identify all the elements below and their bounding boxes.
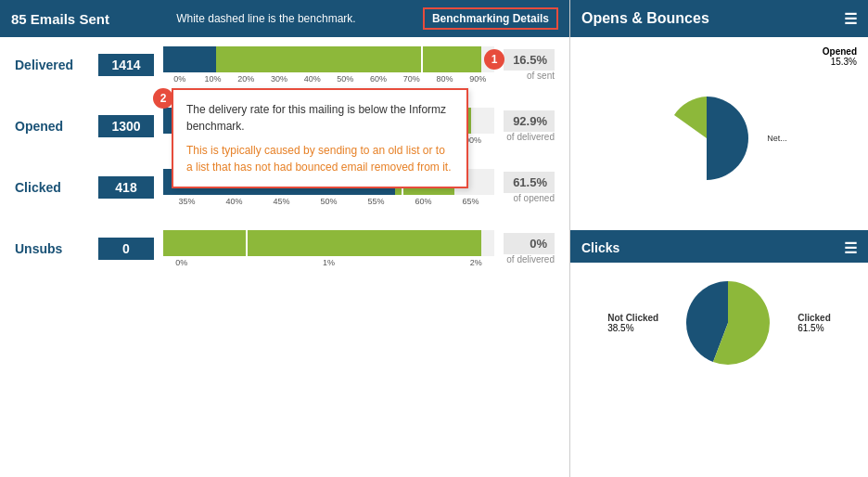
- clicks-body: Not Clicked 38.5% Clicked: [570, 263, 868, 383]
- clicked-legend-item: Clicked 61.5%: [798, 313, 831, 333]
- clicks-menu-icon[interactable]: ☰: [844, 239, 857, 257]
- benchmarking-details-button[interactable]: Benchmarking Details: [423, 7, 558, 30]
- unsubs-percent-sub: of delivered: [506, 254, 555, 264]
- clicked-axis: 35% 40% 45% 50% 55% 60% 65%: [163, 195, 494, 206]
- opened-info: Opened 15.3%: [823, 46, 857, 67]
- delivered-bar-track: 1: [163, 46, 494, 72]
- tooltip-line1: The delivery rate for this mailing is be…: [186, 101, 453, 135]
- clicked-pct-right: 61.5%: [798, 323, 823, 333]
- opened-label-right: Opened: [823, 46, 857, 57]
- unsubs-bar-track: [163, 230, 494, 256]
- clicks-header: Clicks ☰: [570, 234, 868, 263]
- opened-value: 1300: [98, 115, 154, 137]
- delivered-percent: 16.5%: [504, 49, 555, 71]
- left-panel: 85 Emails Sent White dashed line is the …: [0, 0, 570, 477]
- right-header: Opens & Bounces ☰: [570, 0, 868, 37]
- left-header: 85 Emails Sent White dashed line is the …: [0, 0, 569, 37]
- clicks-pie-chart: [668, 272, 788, 374]
- opens-bounces-title: Opens & Bounces: [581, 10, 709, 27]
- delivered-percent-sub: of sent: [527, 71, 555, 81]
- opened-percent-sub: of delivered: [506, 132, 555, 142]
- right-panel: Opens & Bounces ☰ Opened 15.3% Net...: [570, 0, 868, 477]
- unsubs-label: Unsubs: [15, 241, 89, 256]
- unsubs-bar-area: 0% 1% 2%: [163, 230, 494, 267]
- tooltip-popup: The delivery rate for this mailing is be…: [172, 88, 468, 188]
- not-clicked-legend-item: Not Clicked 38.5%: [607, 313, 658, 333]
- opened-percent: 92.9%: [504, 110, 555, 132]
- opened-pct-right: 15.3%: [823, 57, 857, 67]
- clicked-legend-right: Clicked 61.5%: [798, 313, 831, 333]
- unsubs-row: Unsubs 0 0% 1% 2%: [15, 230, 555, 271]
- benchmark-text: White dashed line is the benchmark.: [109, 12, 423, 25]
- clicked-label: Clicked: [15, 180, 89, 195]
- clicked-percent: 61.5%: [504, 172, 555, 193]
- opens-section: Opened 15.3% Net...: [570, 37, 868, 230]
- unsubs-percent: 0%: [504, 233, 555, 254]
- delivered-label: Delivered: [15, 58, 89, 72]
- not-clicked-pct: 38.5%: [607, 323, 633, 333]
- emails-sent-title: 85 Emails Sent: [11, 11, 109, 27]
- clicks-title: Clicks: [581, 240, 619, 255]
- delivered-bar-green: [216, 46, 481, 72]
- main-container: 85 Emails Sent White dashed line is the …: [0, 0, 868, 477]
- delivered-badge: 1: [484, 49, 504, 70]
- unsubs-axis: 0% 1% 2%: [163, 256, 494, 267]
- opens-menu-icon[interactable]: ☰: [844, 10, 857, 28]
- delivered-value: 1414: [98, 54, 154, 76]
- opens-donut-chart: [651, 87, 762, 189]
- not-clicked-label: Not Clicked: [607, 313, 658, 323]
- delivered-benchmark-line: [421, 46, 423, 72]
- unsubs-value: 0: [98, 238, 154, 260]
- unsubs-benchmark-line: [246, 230, 248, 256]
- right-content: Opened 15.3% Net... Clicks ☰: [570, 37, 868, 477]
- clicked-value: 418: [98, 176, 154, 199]
- stats-content: Delivered 1414 1 0% 10% 20%: [0, 37, 569, 477]
- delivered-bar-area: 1 0% 10% 20% 30% 40% 50% 60% 70% 80%: [163, 46, 494, 84]
- delivered-bar-dark: [163, 46, 216, 72]
- clicks-legend: Not Clicked 38.5%: [607, 313, 658, 333]
- badge-2: 2: [153, 88, 173, 109]
- clicked-percent-sub: of opened: [514, 193, 555, 203]
- unsubs-bar-green: [163, 230, 481, 256]
- clicked-label-right: Clicked: [798, 313, 831, 323]
- tooltip-line2: This is typically caused by sending to a…: [186, 142, 453, 175]
- opens-neta-label: Net...: [767, 134, 787, 143]
- delivered-axis: 0% 10% 20% 30% 40% 50% 60% 70% 80% 90%: [163, 72, 494, 84]
- clicks-section: Clicks ☰ Not Clicked 38.5%: [570, 230, 868, 478]
- delivered-row: Delivered 1414 1 0% 10% 20%: [15, 46, 555, 87]
- opened-label: Opened: [15, 119, 89, 134]
